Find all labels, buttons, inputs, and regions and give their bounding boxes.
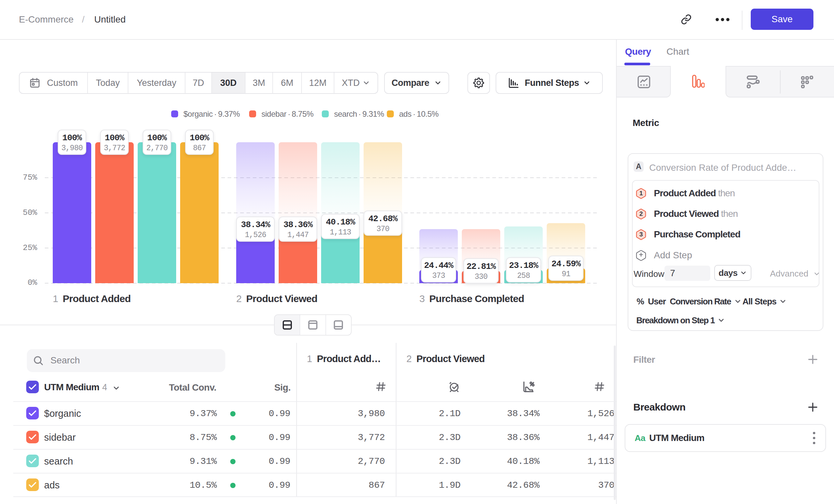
svg-text:2: 2 (639, 210, 642, 217)
svg-text:3: 3 (639, 231, 642, 238)
svg-text:1: 1 (639, 190, 642, 197)
